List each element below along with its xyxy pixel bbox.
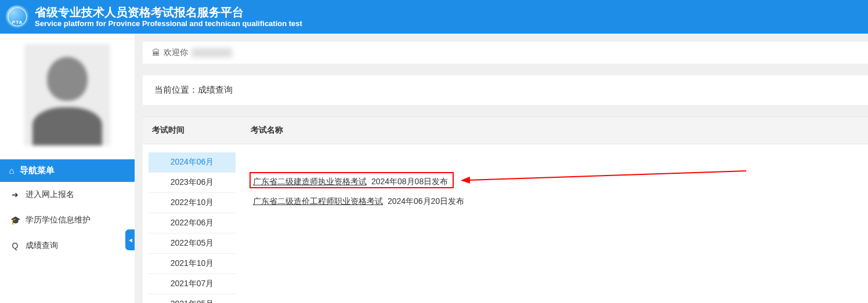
exam-time-item[interactable]: 2022年05月 [149,233,236,254]
app-header: PTA 省级专业技术人员资格考试报名服务平台 Service platform … [0,0,868,34]
exam-time-item[interactable]: 2021年05月 [149,294,236,303]
score-panel: 考试时间 考试名称 2024年06月2023年06月2022年10月2022年0… [143,116,868,303]
search-icon: Q [10,241,20,250]
col-exam-name: 考试名称 [241,117,868,144]
exam-time-item[interactable]: 2021年10月 [149,254,236,274]
exam-link[interactable]: 广东省二级造价工程师职业资格考试 [253,196,383,206]
exam-time-item[interactable]: 2021年07月 [149,274,236,294]
welcome-username [191,48,232,57]
header-title-cn: 省级专业技术人员资格考试报名服务平台 [35,5,302,19]
logo-text: PTA [6,20,29,25]
user-avatar [24,44,110,145]
col-exam-time: 考试时间 [143,117,241,144]
logo: PTA [6,5,29,28]
nav-item-label: 进入网上报名 [26,189,74,200]
nav-item-education[interactable]: 🎓 学历学位信息维护 [0,207,135,233]
table-header: 考试时间 考试名称 [143,117,868,144]
welcome-text: 欢迎你 [164,48,188,58]
nav-header-label: 导航菜单 [20,165,55,176]
home-icon: ⌂ [7,166,16,176]
exam-time-item[interactable]: 2024年06月 [149,152,236,173]
exam-time-item[interactable]: 2022年06月 [149,213,236,233]
exam-link[interactable]: 广东省二级建造师执业资格考试 [253,177,367,186]
nav-item-label: 成绩查询 [26,240,58,251]
breadcrumb: 当前位置：成绩查询 [143,75,868,105]
exam-time-item[interactable]: 2022年10月 [149,193,236,213]
exam-publish-date: 2024年06月20日发布 [385,196,464,206]
breadcrumb-value: 成绩查询 [198,85,233,94]
exam-time-list: 2024年06月2023年06月2022年10月2022年06月2022年05月… [143,144,241,303]
exam-row: 广东省二级建造师执业资格考试 2024年08月08日发布 [253,177,856,187]
sidebar: ⌂ 导航菜单 ➜ 进入网上报名 🎓 学历学位信息维护 Q 成绩查询 [0,34,135,303]
nav-item-register[interactable]: ➜ 进入网上报名 [0,182,135,207]
nav-item-label: 学历学位信息维护 [26,215,91,225]
breadcrumb-label: 当前位置： [154,85,198,94]
chevron-left-icon: ◂ [129,236,132,244]
exam-publish-date: 2024年08月08日发布 [369,177,448,186]
main-content: 🏛 欢迎你 当前位置：成绩查询 考试时间 考试名称 2024年06月2023年0… [135,34,868,303]
nav-item-score[interactable]: Q 成绩查询 [0,233,135,258]
enter-icon: ➜ [10,190,20,199]
welcome-bar: 🏛 欢迎你 [143,42,868,64]
exam-row: 广东省二级造价工程师职业资格考试 2024年06月20日发布 [253,196,856,207]
exam-name-list: 广东省二级建造师执业资格考试 2024年08月08日发布广东省二级造价工程师职业… [241,144,868,303]
institution-icon: 🏛 [152,48,160,57]
header-titles: 省级专业技术人员资格考试报名服务平台 Service platform for … [35,5,302,28]
exam-time-item[interactable]: 2023年06月 [149,173,236,193]
header-title-en: Service platform for Province Profession… [35,19,302,28]
graduation-icon: 🎓 [10,216,20,225]
nav-header: ⌂ 导航菜单 [0,159,135,182]
